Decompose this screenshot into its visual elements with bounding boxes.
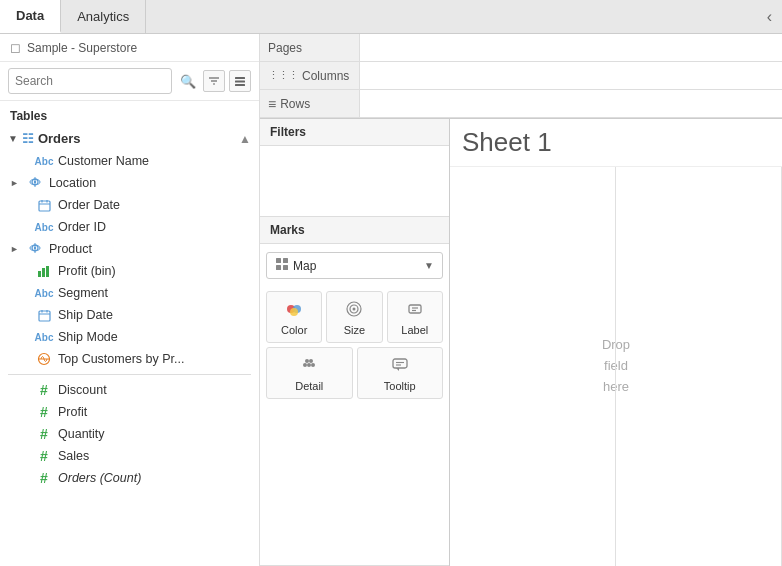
- shelf-pages-label: Pages: [260, 34, 360, 61]
- field-name-order-date: Order Date: [58, 198, 120, 212]
- mark-detail-button[interactable]: Detail: [266, 347, 353, 399]
- field-icon-abc: Abc: [36, 153, 52, 169]
- field-name-order-id: Order ID: [58, 220, 106, 234]
- marks-header: Marks: [260, 217, 449, 244]
- svg-rect-3: [235, 77, 245, 79]
- sheet-title: Sheet 1: [450, 119, 782, 167]
- datasource-name: Sample - Superstore: [27, 41, 137, 55]
- svg-point-40: [303, 363, 307, 367]
- field-customer-name[interactable]: Abc Customer Name: [0, 150, 259, 172]
- mark-tooltip-button[interactable]: Tooltip: [357, 347, 444, 399]
- field-location[interactable]: ► Location: [0, 172, 259, 194]
- search-icon-button[interactable]: 🔍: [176, 69, 199, 93]
- tab-analytics[interactable]: Analytics: [61, 0, 146, 33]
- marks-type-dropdown[interactable]: Map ▼: [266, 252, 443, 279]
- scroll-up-icon[interactable]: ▲: [239, 132, 251, 146]
- list-view-icon[interactable]: [229, 70, 251, 92]
- svg-point-36: [353, 308, 356, 311]
- tooltip-label: Tooltip: [384, 380, 416, 392]
- orders-db-icon: ☷: [22, 131, 34, 146]
- shelf-pages-content[interactable]: [360, 34, 782, 61]
- color-icon: [285, 300, 303, 321]
- field-list: ▼ ☷ Orders ▲ Abc Customer Name ►: [0, 127, 259, 566]
- field-name-ship-mode: Ship Mode: [58, 330, 118, 344]
- marks-section: Marks: [260, 217, 449, 566]
- field-icon-abc-segment: Abc: [36, 285, 52, 301]
- left-panel: Filters Marks: [260, 119, 450, 566]
- rows-label-text: Rows: [280, 97, 310, 111]
- marks-grid: Color Size: [260, 287, 449, 347]
- tab-data-label: Data: [16, 8, 44, 23]
- shelf-area: Pages ﻿⋮⋮⋮ Columns ≡ Rows: [260, 34, 782, 119]
- field-quantity[interactable]: # Quantity: [0, 423, 259, 445]
- filters-content[interactable]: [260, 146, 449, 216]
- svg-point-42: [311, 363, 315, 367]
- svg-rect-29: [276, 265, 281, 270]
- field-discount[interactable]: # Discount: [0, 379, 259, 401]
- tab-data[interactable]: Data: [0, 0, 61, 33]
- field-ship-date[interactable]: Ship Date: [0, 304, 259, 326]
- field-orders-count[interactable]: # Orders (Count): [0, 467, 259, 489]
- field-icon-link-topcustomers: [36, 351, 52, 367]
- product-expand-arrow: ►: [10, 244, 19, 254]
- field-icon-hash-discount: #: [36, 382, 52, 398]
- color-label: Color: [281, 324, 307, 336]
- svg-rect-4: [235, 81, 245, 83]
- location-expand-arrow: ►: [10, 178, 19, 188]
- label-label: Label: [401, 324, 428, 336]
- marks-label: Marks: [270, 223, 305, 237]
- filter-icon[interactable]: [203, 70, 225, 92]
- field-product[interactable]: ► Product: [0, 238, 259, 260]
- field-profit-bin[interactable]: Profit (bin): [0, 260, 259, 282]
- field-icon-hash-orders-count: #: [36, 470, 52, 486]
- field-name-discount: Discount: [58, 383, 107, 397]
- field-segment[interactable]: Abc Segment: [0, 282, 259, 304]
- field-sales[interactable]: # Sales: [0, 445, 259, 467]
- tab-collapse-button[interactable]: ‹: [757, 0, 782, 33]
- shelf-rows-label: ≡ Rows: [260, 90, 360, 117]
- filters-section: Filters: [260, 119, 449, 217]
- field-order-id[interactable]: Abc Order ID: [0, 216, 259, 238]
- mark-label-button[interactable]: Label: [387, 291, 443, 343]
- sheet-area: Sheet 1 Dropfieldhere: [450, 119, 782, 566]
- field-name-ship-date: Ship Date: [58, 308, 113, 322]
- field-name-segment: Segment: [58, 286, 108, 300]
- detail-label: Detail: [295, 380, 323, 392]
- field-icon-hash-profit: #: [36, 404, 52, 420]
- orders-expand-icon: ▼: [8, 133, 18, 144]
- svg-rect-20: [46, 266, 49, 277]
- field-name-quantity: Quantity: [58, 427, 105, 441]
- field-profit[interactable]: # Profit: [0, 401, 259, 423]
- field-name-profit-bin: Profit (bin): [58, 264, 116, 278]
- label-icon: [406, 300, 424, 321]
- svg-rect-45: [393, 359, 407, 368]
- datasource-icon: ◻: [10, 40, 21, 55]
- svg-point-41: [307, 363, 311, 367]
- sheet-canvas[interactable]: Dropfieldhere: [450, 167, 782, 566]
- svg-marker-46: [396, 368, 399, 371]
- columns-label-text: Columns: [302, 69, 349, 83]
- field-name-location: Location: [49, 176, 96, 190]
- columns-icon: ⋮⋮⋮: [268, 69, 298, 82]
- map-icon: [275, 257, 289, 274]
- mark-color-button[interactable]: Color: [266, 291, 322, 343]
- svg-rect-19: [42, 268, 45, 277]
- main-area: ◻ Sample - Superstore 🔍: [0, 34, 782, 566]
- orders-label: Orders: [38, 131, 81, 146]
- tab-analytics-label: Analytics: [77, 9, 129, 24]
- field-icon-abc-orderid: Abc: [36, 219, 52, 235]
- field-order-date[interactable]: Order Date: [0, 194, 259, 216]
- field-ship-mode[interactable]: Abc Ship Mode: [0, 326, 259, 348]
- svg-rect-5: [235, 84, 245, 86]
- search-input[interactable]: [8, 68, 172, 94]
- shelf-columns-content[interactable]: [360, 62, 782, 89]
- svg-rect-18: [38, 271, 41, 277]
- orders-section-header[interactable]: ▼ ☷ Orders ▲: [0, 127, 259, 150]
- field-icon-hash-sales: #: [36, 448, 52, 464]
- field-top-customers[interactable]: Top Customers by Pr...: [0, 348, 259, 370]
- field-name-orders-count: Orders (Count): [58, 471, 141, 485]
- shelf-rows-content[interactable]: [360, 90, 782, 117]
- field-icon-date-ship: [36, 307, 52, 323]
- field-icon-bar-profit-bin: [36, 263, 52, 279]
- mark-size-button[interactable]: Size: [326, 291, 382, 343]
